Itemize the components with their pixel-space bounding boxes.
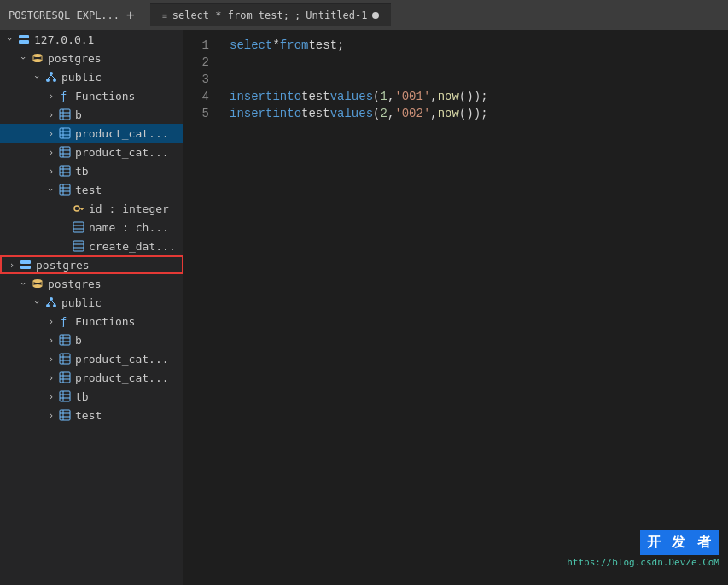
token-plain: test [301,88,330,105]
svg-text:ƒ: ƒ [61,91,67,102]
table-icon [58,126,72,140]
code-lines[interactable]: select * from test;insert into test valu… [226,37,728,578]
tree-item-table_pc3[interactable]: ›product_cat... [0,349,183,368]
col-icon [72,239,85,253]
tree-label: Functions [75,315,135,328]
token-str: '001' [394,88,430,105]
tree-item-functions2[interactable]: ›ƒFunctions [0,312,183,331]
table-icon [58,164,72,178]
tree-label: b [75,334,82,347]
schema-icon [44,295,58,309]
tree-item-schema1[interactable]: ›public [0,67,183,86]
tree-item-server2_grp[interactable]: ›postgres [0,255,183,274]
tree-label: product_cat... [75,146,169,159]
token-kw: into [272,88,301,105]
chevron-icon: › [17,277,31,290]
svg-point-47 [53,304,56,307]
svg-rect-11 [60,109,70,120]
chevron-icon: › [5,258,19,272]
tree-item-table_tb2[interactable]: ›tb [0,387,183,406]
tree-label: public [61,296,102,309]
editor-tab[interactable]: ≡ select * from test; ; Untitled-1 [150,3,392,26]
tab-modified-dot [372,12,379,19]
tree-item-col_id[interactable]: id : integer [0,199,183,218]
chevron-icon: › [44,89,58,102]
svg-rect-63 [60,391,70,401]
svg-rect-0 [19,35,29,38]
svg-line-48 [48,301,51,304]
tree-label: id : integer [89,202,169,215]
main-layout: ›127.0.0.1›postgres›public›ƒFunctions›b›… [0,30,728,585]
token-asterisk: * [272,37,279,54]
line-number: 5 [183,105,209,122]
add-connection-button[interactable]: + [126,7,135,23]
tree-label: product_cat... [75,353,169,366]
tree-item-table_pc4[interactable]: ›product_cat... [0,368,183,387]
tree-label: tb [75,390,89,403]
svg-rect-55 [60,354,70,364]
tree-label: create_dat... [89,240,176,253]
chevron-icon: › [44,352,58,366]
tree-label: b [75,108,82,121]
chevron-icon: › [31,70,44,84]
line-number: 1 [183,37,209,54]
line-number: 4 [183,88,209,105]
tree-item-table_pc2[interactable]: ›product_cat... [0,143,183,161]
svg-point-5 [50,72,53,75]
code-line: insert into test values (1, '001', now()… [230,88,728,105]
sidebar: ›127.0.0.1›postgres›public›ƒFunctions›b›… [0,30,183,585]
svg-line-9 [51,75,55,79]
chevron-icon: › [44,126,58,140]
tree-label: Functions [75,90,135,102]
tree-item-col_create[interactable]: create_dat... [0,237,183,255]
functions-icon: ƒ [58,89,72,102]
chevron-icon: › [31,295,44,309]
chevron-icon: › [44,408,58,422]
token-fn: now [438,88,459,105]
chevron-icon: › [17,51,31,65]
line-number: 3 [183,71,209,88]
tree-item-db1[interactable]: ›postgres [0,49,183,67]
tree-item-functions1[interactable]: ›ƒFunctions [0,86,183,105]
token-num: 2 [380,105,387,122]
svg-point-45 [50,297,53,301]
tree-item-schema2[interactable]: ›public [0,293,183,312]
tree-item-table_pc1[interactable]: ›product_cat... [0,124,183,143]
token-str: '002' [394,105,430,122]
tree-item-table_b2[interactable]: ›b [0,331,183,349]
svg-rect-51 [60,335,70,345]
token-plain: test; [308,37,344,54]
chevron-icon: › [44,389,58,403]
tree-item-col_name[interactable]: name : ch... [0,218,183,237]
token-kw: insert [230,88,272,105]
svg-rect-41 [20,266,31,269]
table-icon [58,408,72,422]
token-plain: test [301,105,330,122]
token-kw: values [330,105,373,122]
svg-line-8 [48,75,51,79]
tree-label: postgres [48,52,102,65]
table-icon [58,108,72,121]
tree-label: product_cat... [75,371,169,384]
svg-point-6 [46,79,50,82]
chevron-icon: › [44,371,58,384]
tree-item-table_test2[interactable]: ›test [0,406,183,424]
tree-label: product_cat... [75,127,169,140]
col-icon [72,220,85,234]
svg-rect-59 [60,372,70,383]
tree-item-server1[interactable]: ›127.0.0.1 [0,30,183,49]
chevron-icon: › [44,145,58,159]
tree-label: name : ch... [89,221,169,234]
chevron-icon: › [44,164,58,178]
tree-label: test [75,409,102,422]
token-plain: , [430,88,437,105]
svg-rect-67 [60,410,70,420]
tree-item-table_tb1[interactable]: ›tb [0,161,183,180]
svg-text:ƒ: ƒ [61,316,67,327]
tree-item-db2[interactable]: ›postgres [0,274,183,293]
svg-line-49 [51,301,55,304]
tree-item-table_test1[interactable]: ›test [0,180,183,199]
tree-item-table_b1[interactable]: ›b [0,105,183,124]
explorer-title: POSTGRESQL EXPL... [9,9,119,21]
table-icon [58,333,72,347]
